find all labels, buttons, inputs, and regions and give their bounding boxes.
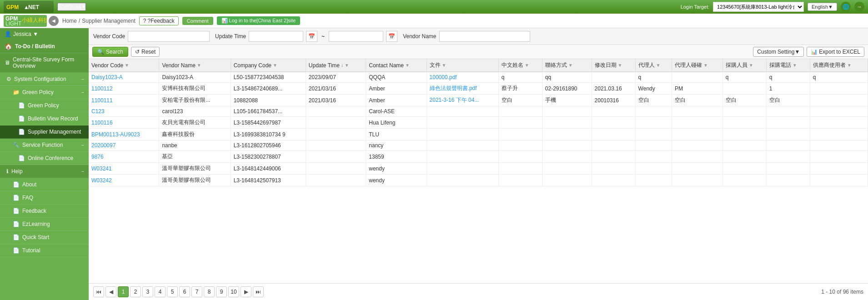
svg-text:小綠人科技: 小綠人科技 [22,17,47,23]
table-cell [766,129,810,140]
pagination: ⏮ ◀ 1 2 3 4 5 6 7 8 9 10 ▶ ⏭ 1 - 10 of 9… [89,283,868,300]
table-cell-link[interactable]: 1100111 [91,97,113,104]
first-page-button[interactable]: ⏮ [93,286,104,297]
contact-name-filter-icon[interactable]: ▼ [405,63,410,68]
reset-button[interactable]: ↺ Reset [131,47,160,57]
last-page-button[interactable]: ⏭ [253,286,264,297]
sidebar-item-quick-start[interactable]: 📄 Quick Start [0,231,89,244]
modify-date-filter-icon[interactable]: ▼ [618,63,622,68]
sidebar-user[interactable]: 👤 Jessica ▼ [0,28,89,40]
prev-page-button[interactable]: ◀ [105,286,116,297]
sidebar-item-tutorial[interactable]: 📄 Tutorial [0,244,89,257]
page-4-button[interactable]: 4 [155,286,166,297]
cn-name-filter-icon[interactable]: ▼ [525,63,529,68]
table-cell [672,117,723,129]
date-picker-start-button[interactable]: 📅 [306,31,317,42]
table-cell-link[interactable]: 綠色法規聲明書.pdf [430,85,477,91]
table-cell [672,72,723,83]
export-excel-button[interactable]: 📊 Export to EXCEL [807,47,864,57]
table-cell-link[interactable]: 1100116 [91,120,113,126]
feedback-icon: ? [143,18,146,24]
table-cell: nancy [366,140,426,151]
vendor-code-filter-icon[interactable]: ▼ [125,63,129,68]
table-cell: 空白 [498,95,542,106]
login-target-select[interactable]: 12345670[系統庫8013-Lab light泠台] [713,2,804,12]
table-cell: Hua Lifeng [366,117,426,129]
quickstart-doc-icon: 📄 [13,234,20,240]
table-cell-link[interactable]: 20200097 [91,142,115,149]
gear-icon: ⚙ [6,76,11,82]
sidebar-bulletin-label: Bulletin View Record [28,115,78,122]
page-6-button[interactable]: 6 [179,286,190,297]
next-page-button[interactable]: ▶ [241,286,251,297]
table-cell [498,151,542,163]
table-cell [722,117,766,129]
page-3-button[interactable]: 3 [142,286,153,297]
sidebar-item-help[interactable]: ℹ Help − [0,165,89,178]
sidebar-item-system-config[interactable]: ⚙ System Configuration − [0,73,89,86]
table-cell-link[interactable]: 2021-3-16 下午 04... [430,97,479,103]
agent-confirm-filter-icon[interactable]: ▼ [703,63,708,68]
sidebar-item-green-policy-parent[interactable]: 📁 Green Policy − [0,86,89,99]
sidebar-item-service-function[interactable]: 🔧 Service Function − [0,139,89,152]
globe-icon[interactable]: 🌐 [841,2,851,12]
table-cell-link[interactable]: C123 [91,108,105,115]
page-8-button[interactable]: 8 [204,286,215,297]
page-10-button[interactable]: 10 [228,286,239,297]
table-cell [426,140,498,151]
vendor-code-input[interactable] [128,31,210,42]
vendor-name-filter-icon[interactable]: ▼ [197,63,201,68]
company-code-filter-icon[interactable]: ▼ [273,63,277,68]
table-cell [810,83,868,95]
table-cell-link[interactable]: 1100112 [91,85,113,92]
table-cell: 2021/03/16 [306,83,366,95]
sidebar-item-bulletin-view[interactable]: 📄 Bulletin View Record [0,112,89,125]
table-cell: 安博科技有限公司 [159,83,231,95]
buyer-phone-filter-icon[interactable]: ▼ [793,63,797,68]
sidebar-item-about[interactable]: 📄 About [0,178,89,191]
update-time-start-input[interactable] [249,31,303,42]
search-button[interactable]: 🔍 Search [92,47,128,57]
breadcrumb-home[interactable]: Home [62,18,77,24]
update-time-end-input[interactable] [329,31,383,42]
page-1-button[interactable]: 1 [118,286,129,297]
login-china-button[interactable]: 📊 Log in to the[China East 2]site [217,16,301,25]
sidebar-item-supplier-mgmt[interactable]: 📄 Supplier Management [0,125,89,139]
page-9-button[interactable]: 9 [216,286,227,297]
vendor-name-input[interactable] [439,31,530,42]
comment-button[interactable]: Comment [182,17,213,25]
page-7-button[interactable]: 7 [191,286,202,297]
page-2-button[interactable]: 2 [130,286,141,297]
table-cell-link[interactable]: Daisy1023-A [91,74,123,80]
shortcuts-button[interactable]: Shortcuts ▾ [57,3,86,11]
custom-setting-button[interactable]: Custom Setting▼ [753,47,804,57]
sidebar-item-faq[interactable]: 📄 FAQ [0,191,89,205]
user-icon: 👤 [5,31,11,37]
back-nav-icon[interactable]: ◀ [49,16,59,26]
language-button[interactable]: English▼ [808,3,837,11]
buyer-filter-icon[interactable]: ▼ [749,63,753,68]
table-cell-link[interactable]: 100000.pdf [430,74,457,80]
update-time-sort-icon[interactable]: ↓ [341,63,343,68]
sidebar-item-online-conference[interactable]: 📄 Online Conference [0,152,89,165]
sidebar-item-green-policy[interactable]: 📄 Green Policy [0,99,89,112]
table-cell [592,151,635,163]
date-picker-end-button[interactable]: 📅 [386,31,397,42]
sidebar-item-feedback[interactable]: 📄 Feedback [0,205,89,218]
agent-filter-icon[interactable]: ▼ [656,63,661,68]
table-cell-link[interactable]: 9876 [91,154,104,160]
sidebar-item-ezlearning[interactable]: 📄 EzLearning [0,218,89,231]
table-cell-link[interactable]: W03242 [91,177,112,184]
sidebar-item-todo[interactable]: 🏠 To-Do / Bulletin [0,40,89,53]
exit-icon[interactable]: → [854,2,864,12]
supplier-user-filter-icon[interactable]: ▼ [847,63,852,68]
table-cell-link[interactable]: BPM00113-AU9023 [91,131,140,138]
contact-method-filter-icon[interactable]: ▼ [568,63,573,68]
doc-filter-icon[interactable]: ▼ [442,63,447,68]
sidebar-item-central-site[interactable]: 🖥 Central-Site Survey Form Overview [0,53,89,73]
table-row: BPM00113-AU9023鑫睿科技股份L3-1699383810734 9T… [89,129,868,140]
page-5-button[interactable]: 5 [167,286,178,297]
table-cell-link[interactable]: W03241 [91,165,112,172]
update-time-filter-icon[interactable]: ▼ [345,63,349,68]
feedback-button[interactable]: ? ?Feedback [139,16,179,25]
